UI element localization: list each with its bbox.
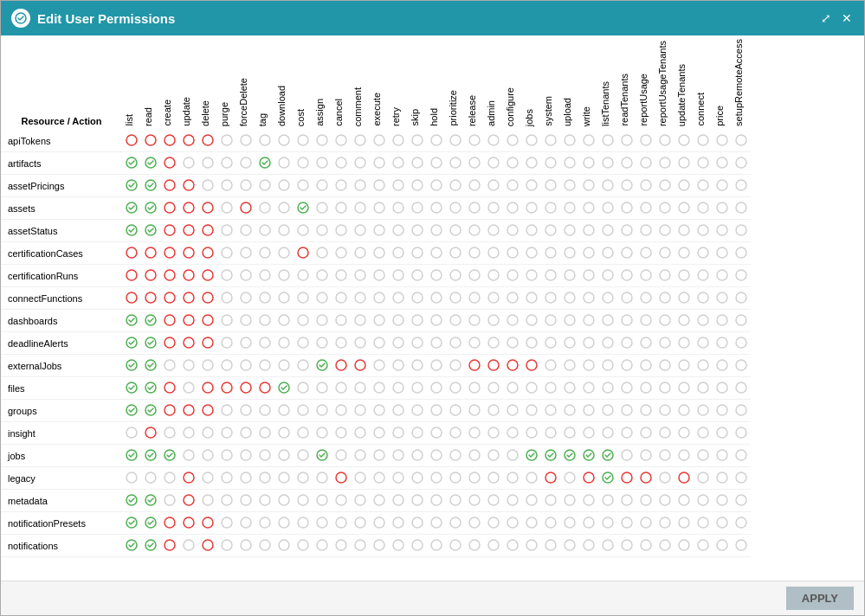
close-button[interactable]: ✕ [840,10,854,27]
perm-cell-legacy-list[interactable] [122,467,141,490]
perm-cell-metadata-create[interactable] [160,490,179,512]
perm-cell-assetStatus-readTenants[interactable] [617,220,636,242]
perm-cell-metadata-forceDelete[interactable] [236,490,255,512]
perm-cell-files-prioritize[interactable] [446,377,465,400]
permissions-table-wrapper[interactable]: Resource / Action listreadcreateupdatede… [1,35,864,581]
perm-cell-deadlineAlerts-tag[interactable] [255,332,274,355]
perm-cell-assetStatus-assign[interactable] [313,220,332,242]
perm-cell-metadata-readTenants[interactable] [617,490,636,512]
perm-cell-insight-release[interactable] [465,422,484,445]
perm-cell-apiTokens-hold[interactable] [427,130,446,152]
perm-cell-deadlineAlerts-list[interactable] [122,332,141,355]
perm-cell-jobs-read[interactable] [141,445,160,467]
perm-cell-artifacts-skip[interactable] [408,152,427,175]
perm-cell-groups-write[interactable] [579,400,598,422]
perm-cell-dashboards-execute[interactable] [370,310,389,332]
perm-cell-artifacts-retry[interactable] [389,152,408,175]
perm-cell-externalJobs-jobs[interactable] [522,355,541,377]
perm-cell-insight-update[interactable] [179,422,198,445]
perm-cell-assetStatus-cancel[interactable] [332,220,351,242]
perm-cell-externalJobs-retry[interactable] [389,355,408,377]
perm-cell-dashboards-skip[interactable] [408,310,427,332]
perm-cell-dashboards-hold[interactable] [427,310,446,332]
perm-cell-dashboards-list[interactable] [122,310,141,332]
perm-cell-assetPricings-assign[interactable] [313,175,332,197]
perm-cell-artifacts-hold[interactable] [427,152,446,175]
perm-cell-artifacts-listTenants[interactable] [598,152,617,175]
perm-cell-dashboards-purge[interactable] [217,310,236,332]
perm-cell-assetPricings-delete[interactable] [198,175,217,197]
perm-cell-deadlineAlerts-download[interactable] [274,332,294,355]
perm-cell-notificationPresets-cost[interactable] [294,512,313,535]
perm-cell-deadlineAlerts-skip[interactable] [408,332,427,355]
perm-cell-notifications-configure[interactable] [503,535,522,557]
perm-cell-assetPricings-readTenants[interactable] [617,175,636,197]
perm-cell-artifacts-updateTenants[interactable] [675,152,694,175]
perm-cell-assetPricings-updateTenants[interactable] [675,175,694,197]
perm-cell-apiTokens-release[interactable] [465,130,484,152]
perm-cell-assetPricings-retry[interactable] [389,175,408,197]
perm-cell-deadlineAlerts-price[interactable] [713,332,732,355]
perm-cell-certificationCases-price[interactable] [713,242,732,265]
perm-cell-files-hold[interactable] [427,377,446,400]
perm-cell-externalJobs-reportUsage[interactable] [636,355,655,377]
perm-cell-assetStatus-forceDelete[interactable] [236,220,255,242]
perm-cell-jobs-execute[interactable] [370,445,389,467]
perm-cell-externalJobs-setupRemoteAccess[interactable] [732,355,751,377]
perm-cell-notificationPresets-forceDelete[interactable] [236,512,255,535]
perm-cell-legacy-hold[interactable] [427,467,446,490]
perm-cell-assetPricings-reportUsage[interactable] [636,175,655,197]
perm-cell-connectFunctions-read[interactable] [141,287,160,310]
perm-cell-assetStatus-setupRemoteAccess[interactable] [732,220,751,242]
perm-cell-notificationPresets-release[interactable] [465,512,484,535]
perm-cell-assets-cost[interactable] [294,197,313,220]
perm-cell-files-read[interactable] [141,377,160,400]
perm-cell-files-release[interactable] [465,377,484,400]
perm-cell-assetPricings-tag[interactable] [255,175,274,197]
perm-cell-notificationPresets-reportUsageTenants[interactable] [655,512,675,535]
perm-cell-certificationCases-read[interactable] [141,242,160,265]
perm-cell-insight-setupRemoteAccess[interactable] [732,422,751,445]
perm-cell-certificationCases-update[interactable] [179,242,198,265]
perm-cell-certificationRuns-hold[interactable] [427,265,446,287]
perm-cell-groups-read[interactable] [141,400,160,422]
perm-cell-apiTokens-download[interactable] [274,130,294,152]
perm-cell-notifications-admin[interactable] [484,535,503,557]
perm-cell-assets-reportUsageTenants[interactable] [655,197,675,220]
perm-cell-metadata-purge[interactable] [217,490,236,512]
perm-cell-dashboards-update[interactable] [179,310,198,332]
perm-cell-assetStatus-purge[interactable] [217,220,236,242]
perm-cell-assets-write[interactable] [579,197,598,220]
perm-cell-artifacts-read[interactable] [141,152,160,175]
perm-cell-connectFunctions-readTenants[interactable] [617,287,636,310]
perm-cell-artifacts-configure[interactable] [503,152,522,175]
perm-cell-notifications-cost[interactable] [294,535,313,557]
perm-cell-jobs-release[interactable] [465,445,484,467]
perm-cell-files-purge[interactable] [217,377,236,400]
perm-cell-deadlineAlerts-cost[interactable] [294,332,313,355]
perm-cell-dashboards-connect[interactable] [694,310,713,332]
perm-cell-groups-setupRemoteAccess[interactable] [732,400,751,422]
perm-cell-files-upload[interactable] [560,377,579,400]
perm-cell-connectFunctions-release[interactable] [465,287,484,310]
perm-cell-assets-forceDelete[interactable] [236,197,255,220]
perm-cell-certificationCases-updateTenants[interactable] [675,242,694,265]
perm-cell-dashboards-upload[interactable] [560,310,579,332]
perm-cell-legacy-cancel[interactable] [332,467,351,490]
perm-cell-metadata-read[interactable] [141,490,160,512]
perm-cell-notifications-skip[interactable] [408,535,427,557]
perm-cell-assets-cancel[interactable] [332,197,351,220]
perm-cell-assetStatus-hold[interactable] [427,220,446,242]
perm-cell-files-updateTenants[interactable] [675,377,694,400]
perm-cell-assetStatus-tag[interactable] [255,220,274,242]
perm-cell-files-connect[interactable] [694,377,713,400]
perm-cell-dashboards-reportUsage[interactable] [636,310,655,332]
perm-cell-assetStatus-listTenants[interactable] [598,220,617,242]
perm-cell-certificationRuns-delete[interactable] [198,265,217,287]
perm-cell-assets-release[interactable] [465,197,484,220]
perm-cell-metadata-system[interactable] [541,490,560,512]
perm-cell-assetPricings-system[interactable] [541,175,560,197]
perm-cell-connectFunctions-jobs[interactable] [522,287,541,310]
perm-cell-artifacts-system[interactable] [541,152,560,175]
perm-cell-apiTokens-delete[interactable] [198,130,217,152]
